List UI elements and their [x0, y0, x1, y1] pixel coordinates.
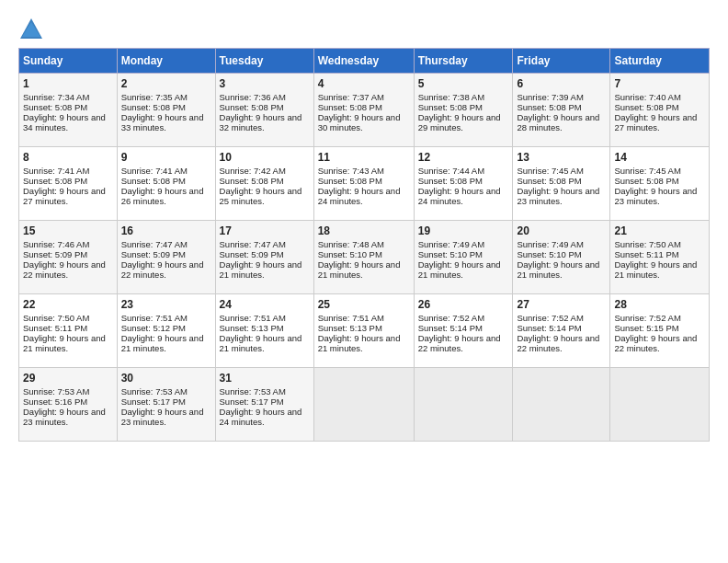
calendar-cell: 15Sunrise: 7:46 AMSunset: 5:09 PMDayligh…: [19, 221, 118, 294]
daylight: Daylight: 9 hours and 21 minutes.: [220, 259, 302, 280]
sunrise: Sunrise: 7:45 AM: [614, 166, 680, 176]
sunrise: Sunrise: 7:50 AM: [23, 313, 89, 323]
day-number: 25: [318, 298, 410, 311]
sunset: Sunset: 5:08 PM: [318, 102, 382, 112]
daylight: Daylight: 9 hours and 22 minutes.: [614, 333, 697, 353]
day-number: 4: [318, 77, 410, 90]
daylight: Daylight: 9 hours and 21 minutes.: [318, 259, 401, 280]
day-number: 8: [23, 151, 113, 164]
daylight: Daylight: 9 hours and 23 minutes.: [23, 407, 106, 427]
calendar-cell: 22Sunrise: 7:50 AMSunset: 5:11 PMDayligh…: [19, 294, 118, 368]
daylight: Daylight: 9 hours and 21 minutes.: [418, 259, 501, 280]
calendar-cell: [414, 368, 513, 442]
sunrise: Sunrise: 7:39 AM: [517, 92, 583, 102]
day-number: 27: [517, 298, 606, 311]
sunset: Sunset: 5:08 PM: [418, 176, 483, 186]
sunset: Sunset: 5:10 PM: [517, 249, 581, 259]
sunrise: Sunrise: 7:50 AM: [614, 239, 680, 249]
day-number: 20: [517, 224, 606, 237]
daylight: Daylight: 9 hours and 23 minutes.: [614, 186, 697, 206]
sunset: Sunset: 5:08 PM: [318, 176, 382, 186]
day-number: 14: [614, 151, 705, 164]
calendar-cell: 8Sunrise: 7:41 AMSunset: 5:08 PMDaylight…: [19, 147, 118, 221]
sunrise: Sunrise: 7:52 AM: [614, 313, 680, 323]
sunrise: Sunrise: 7:47 AM: [121, 239, 188, 249]
calendar-cell: 23Sunrise: 7:51 AMSunset: 5:12 PMDayligh…: [117, 294, 215, 368]
calendar-cell: 25Sunrise: 7:51 AMSunset: 5:13 PMDayligh…: [313, 294, 414, 368]
daylight: Daylight: 9 hours and 24 minutes.: [220, 407, 302, 427]
sunset: Sunset: 5:11 PM: [23, 323, 87, 333]
day-number: 12: [418, 151, 509, 164]
daylight: Daylight: 9 hours and 21 minutes.: [23, 333, 106, 353]
sunset: Sunset: 5:08 PM: [517, 176, 581, 186]
sunset: Sunset: 5:08 PM: [23, 102, 87, 112]
sunrise: Sunrise: 7:52 AM: [517, 313, 583, 323]
day-number: 18: [318, 224, 410, 237]
day-header-friday: Friday: [513, 49, 610, 74]
day-number: 17: [220, 224, 310, 237]
sunrise: Sunrise: 7:41 AM: [23, 166, 89, 176]
day-number: 3: [220, 77, 310, 90]
sunset: Sunset: 5:09 PM: [23, 249, 87, 259]
daylight: Daylight: 9 hours and 24 minutes.: [418, 186, 501, 206]
sunset: Sunset: 5:08 PM: [220, 102, 284, 112]
sunset: Sunset: 5:17 PM: [220, 396, 284, 407]
daylight: Daylight: 9 hours and 22 minutes.: [517, 333, 599, 353]
calendar-cell: 21Sunrise: 7:50 AMSunset: 5:11 PMDayligh…: [610, 221, 710, 294]
sunrise: Sunrise: 7:51 AM: [318, 313, 384, 323]
daylight: Daylight: 9 hours and 34 minutes.: [23, 112, 106, 132]
sunset: Sunset: 5:12 PM: [121, 323, 186, 333]
day-number: 6: [517, 77, 606, 90]
sunset: Sunset: 5:10 PM: [318, 249, 382, 259]
week-row-4: 22Sunrise: 7:50 AMSunset: 5:11 PMDayligh…: [19, 294, 710, 368]
day-header-sunday: Sunday: [19, 49, 118, 74]
daylight: Daylight: 9 hours and 27 minutes.: [23, 186, 106, 206]
sunset: Sunset: 5:09 PM: [220, 249, 284, 259]
sunrise: Sunrise: 7:40 AM: [614, 92, 680, 102]
daylight: Daylight: 9 hours and 24 minutes.: [318, 186, 401, 206]
day-number: 23: [121, 298, 211, 311]
calendar-cell: 29Sunrise: 7:53 AMSunset: 5:16 PMDayligh…: [19, 368, 118, 442]
calendar-cell: 13Sunrise: 7:45 AMSunset: 5:08 PMDayligh…: [513, 147, 610, 221]
daylight: Daylight: 9 hours and 28 minutes.: [517, 112, 599, 132]
day-number: 13: [517, 151, 606, 164]
sunrise: Sunrise: 7:42 AM: [220, 166, 286, 176]
week-row-1: 1Sunrise: 7:34 AMSunset: 5:08 PMDaylight…: [19, 74, 710, 147]
calendar-cell: 17Sunrise: 7:47 AMSunset: 5:09 PMDayligh…: [215, 221, 313, 294]
sunrise: Sunrise: 7:51 AM: [121, 313, 188, 323]
daylight: Daylight: 9 hours and 22 minutes.: [23, 259, 106, 280]
sunset: Sunset: 5:15 PM: [614, 323, 678, 333]
daylight: Daylight: 9 hours and 21 minutes.: [318, 333, 401, 353]
daylight: Daylight: 9 hours and 21 minutes.: [614, 259, 697, 280]
calendar-cell: 31Sunrise: 7:53 AMSunset: 5:17 PMDayligh…: [215, 368, 313, 442]
calendar-cell: 14Sunrise: 7:45 AMSunset: 5:08 PMDayligh…: [610, 147, 710, 221]
sunrise: Sunrise: 7:46 AM: [23, 239, 89, 249]
calendar-cell: 11Sunrise: 7:43 AMSunset: 5:08 PMDayligh…: [313, 147, 414, 221]
calendar-table: SundayMondayTuesdayWednesdayThursdayFrid…: [18, 48, 710, 442]
sunset: Sunset: 5:13 PM: [318, 323, 382, 333]
sunrise: Sunrise: 7:52 AM: [418, 313, 484, 323]
calendar-cell: 7Sunrise: 7:40 AMSunset: 5:08 PMDaylight…: [610, 74, 710, 147]
week-row-5: 29Sunrise: 7:53 AMSunset: 5:16 PMDayligh…: [19, 368, 710, 442]
day-number: 31: [220, 372, 310, 385]
calendar-cell: 4Sunrise: 7:37 AMSunset: 5:08 PMDaylight…: [313, 74, 414, 147]
calendar-cell: 5Sunrise: 7:38 AMSunset: 5:08 PMDaylight…: [414, 74, 513, 147]
header: [18, 17, 710, 42]
day-number: 24: [220, 298, 310, 311]
calendar-cell: [313, 368, 414, 442]
day-number: 5: [418, 77, 509, 90]
sunrise: Sunrise: 7:35 AM: [121, 92, 188, 102]
calendar-header-row: SundayMondayTuesdayWednesdayThursdayFrid…: [19, 49, 710, 74]
logo-icon: [18, 17, 44, 42]
week-row-2: 8Sunrise: 7:41 AMSunset: 5:08 PMDaylight…: [19, 147, 710, 221]
sunrise: Sunrise: 7:49 AM: [517, 239, 583, 249]
daylight: Daylight: 9 hours and 32 minutes.: [220, 112, 302, 132]
sunset: Sunset: 5:08 PM: [220, 176, 284, 186]
sunrise: Sunrise: 7:48 AM: [318, 239, 384, 249]
sunset: Sunset: 5:08 PM: [121, 176, 186, 186]
sunset: Sunset: 5:08 PM: [121, 102, 186, 112]
sunrise: Sunrise: 7:34 AM: [23, 92, 89, 102]
calendar-cell: 2Sunrise: 7:35 AMSunset: 5:08 PMDaylight…: [117, 74, 215, 147]
day-header-saturday: Saturday: [610, 49, 710, 74]
day-header-tuesday: Tuesday: [215, 49, 313, 74]
